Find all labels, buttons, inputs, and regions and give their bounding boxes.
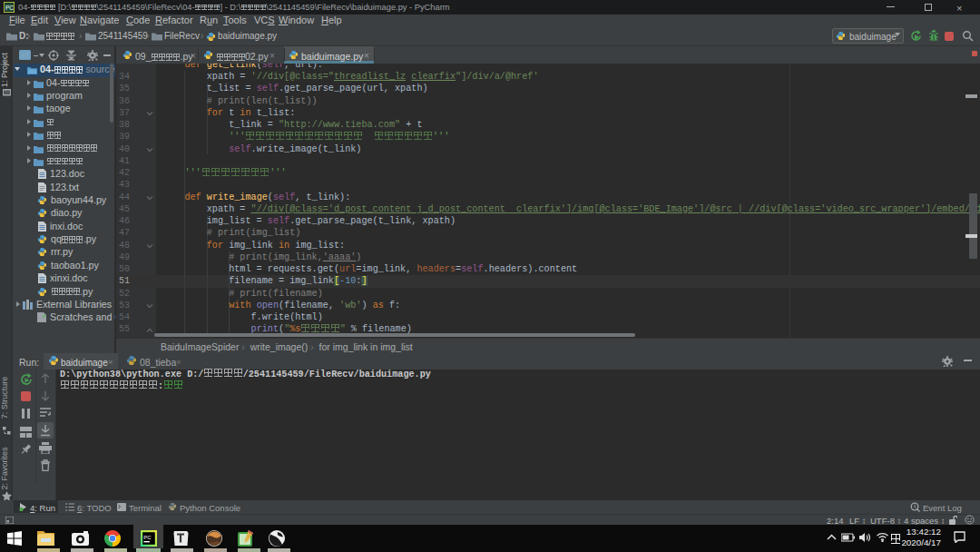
svg-text:PC: PC bbox=[143, 535, 152, 540]
svg-text:PC: PC bbox=[5, 5, 14, 11]
